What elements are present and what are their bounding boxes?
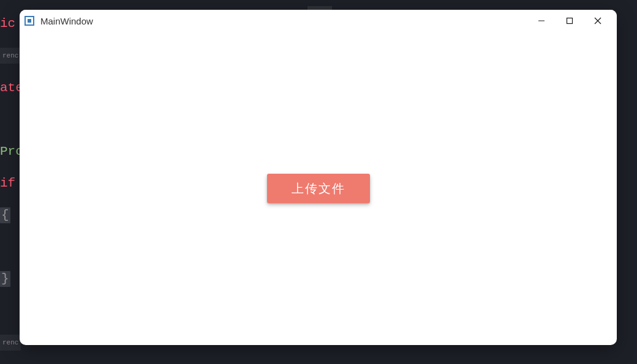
- minimize-button[interactable]: [527, 11, 556, 31]
- window-content-area: 上传文件: [20, 32, 617, 345]
- upload-file-button[interactable]: 上传文件: [267, 174, 370, 203]
- maximize-icon: [566, 17, 573, 24]
- close-button[interactable]: [584, 11, 612, 31]
- window-titlebar[interactable]: MainWindow: [20, 10, 617, 32]
- window-app-icon: [24, 16, 34, 26]
- svg-rect-1: [567, 18, 573, 24]
- window-controls: [527, 11, 612, 31]
- code-brace: }: [0, 271, 10, 287]
- code-reference-badge: renc: [0, 335, 21, 351]
- maximize-button[interactable]: [556, 11, 584, 31]
- minimize-icon: [538, 17, 545, 24]
- close-icon: [594, 17, 601, 24]
- code-reference-badge: renc: [0, 48, 21, 64]
- code-token: if: [0, 176, 15, 190]
- window-title: MainWindow: [40, 16, 527, 26]
- app-window: MainWindow 上传文件: [20, 10, 617, 345]
- code-brace: {: [0, 207, 10, 223]
